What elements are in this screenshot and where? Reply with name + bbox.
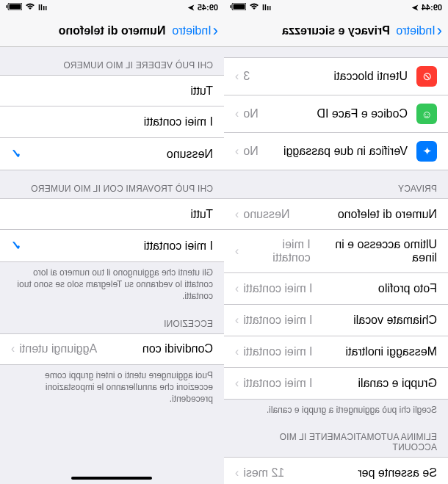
chevron-right-icon: ›: [235, 107, 239, 120]
row-label: Nessuno: [167, 148, 213, 161]
section-footer-find: Gli utenti che aggiungono il tuo numero …: [0, 262, 224, 306]
chevron-right-icon: ›: [235, 282, 239, 295]
battery-icon: [6, 3, 22, 12]
screen-privacy: 09:44 ➤ ııll ‹ Indietro Privacy e sicure…: [224, 0, 448, 484]
section-header-find: CHI PUÒ TROVARMI CON IL MIO NUMERO: [0, 170, 224, 198]
option-my-contacts[interactable]: I miei contatti ✓: [0, 230, 224, 262]
nav-bar: ‹ Indietro Privacy e sicurezza: [224, 15, 448, 47]
chevron-right-icon: ›: [11, 342, 15, 355]
svg-rect-2: [231, 5, 232, 8]
signal-icon: ııll: [38, 3, 47, 12]
svg-rect-1: [234, 4, 245, 10]
chevron-left-icon: ‹: [213, 21, 218, 40]
back-label: Indietro: [396, 24, 435, 37]
chevron-right-icon: ›: [235, 208, 239, 221]
row-label: Verifica in due passaggi: [283, 145, 408, 158]
row-label: Condividi con: [142, 342, 213, 355]
status-time: 09:45: [198, 3, 218, 12]
chevron-right-icon: ›: [235, 466, 239, 480]
row-label: Se assente per: [358, 466, 437, 480]
back-button[interactable]: ‹ Indietro: [172, 21, 218, 40]
find-section: Tutti I miei contatti ✓: [0, 198, 224, 262]
row-label: Tutti: [190, 208, 213, 221]
option-nobody[interactable]: Nessuno ✓: [0, 138, 224, 170]
section-footer-privacy: Scegli chi può aggiungerti a gruppi e ca…: [224, 400, 448, 419]
check-icon: ✓: [11, 238, 21, 253]
row-value: Aggiungi utenti: [19, 342, 97, 355]
chevron-right-icon: ›: [235, 314, 239, 327]
home-indicator[interactable]: [72, 477, 153, 480]
page-title: Numero di telefono: [59, 24, 166, 37]
row-value: I miei contatti: [243, 377, 312, 390]
row-value: I miei contatti: [243, 238, 310, 264]
chevron-right-icon: ›: [235, 377, 239, 390]
chevron-right-icon: ›: [235, 245, 239, 258]
row-share-with[interactable]: Condividi con Aggiungi utenti›: [0, 333, 224, 365]
option-everyone[interactable]: Tutti: [0, 75, 224, 106]
signal-icon: ııll: [262, 3, 271, 12]
location-icon: ➤: [188, 3, 195, 12]
row-value: 3: [243, 70, 250, 83]
row-label: Gruppi e canali: [358, 377, 437, 390]
section-header-see: CHI PUÒ VEDERE IL MIO NUMERO: [0, 47, 224, 75]
row-profile-photo[interactable]: Foto profilo I miei contatti›: [224, 273, 448, 305]
content: ⊘ Utenti bloccati 3 › ☺ Codice e Face ID…: [224, 47, 448, 484]
row-last-seen[interactable]: Ultimo accesso e in linea I miei contatt…: [224, 230, 448, 273]
svg-rect-5: [7, 5, 8, 8]
row-value: No: [243, 107, 258, 120]
row-label: I miei contatti: [144, 115, 213, 129]
faceid-icon: ☺: [416, 104, 437, 124]
row-label: Ultimo accesso e in linea: [311, 238, 437, 264]
section-header-privacy: PRIVACY: [224, 170, 448, 198]
row-groups[interactable]: Gruppi e canali I miei contatti›: [224, 368, 448, 400]
row-label: Numero di telefono: [338, 208, 437, 221]
row-absent-for[interactable]: Se assente per 12 mesi›: [224, 457, 448, 484]
row-label: Utenti bloccati: [334, 70, 408, 83]
row-value: No: [243, 145, 258, 158]
nav-bar: ‹ Indietro Numero di telefono: [0, 15, 224, 47]
section-header-delete: ELIMINA AUTOMATICAMENTE IL MIO ACCOUNT: [224, 419, 448, 457]
battery-icon: [230, 3, 246, 12]
svg-rect-4: [10, 4, 21, 10]
location-icon: ➤: [412, 3, 419, 12]
row-value: Nessuno: [243, 208, 289, 221]
block-icon: ⊘: [416, 66, 437, 87]
section-header-exceptions: ECCEZIONI: [0, 306, 224, 333]
chevron-right-icon: ›: [235, 145, 239, 158]
screen-phone-number: 09:45 ➤ ııll ‹ Indietro Numero di telefo…: [0, 0, 224, 484]
row-voice-calls[interactable]: Chiamate vocali I miei contatti›: [224, 305, 448, 336]
security-section: ⊘ Utenti bloccati 3 › ☺ Codice e Face ID…: [224, 57, 448, 170]
row-label: Codice e Face ID: [317, 107, 408, 120]
exceptions-section: Condividi con Aggiungi utenti›: [0, 333, 224, 365]
row-label: Chiamate vocali: [353, 314, 437, 327]
row-forwarded[interactable]: Messaggi inoltrati I miei contatti›: [224, 336, 448, 368]
see-section: Tutti I miei contatti Nessuno ✓: [0, 75, 224, 170]
row-blocked-users[interactable]: ⊘ Utenti bloccati 3 ›: [224, 57, 448, 95]
row-label: Tutti: [190, 84, 213, 98]
delete-section: Se assente per 12 mesi›: [224, 457, 448, 484]
row-value: 12 mesi: [243, 466, 284, 480]
row-passcode-faceid[interactable]: ☺ Codice e Face ID No ›: [224, 95, 448, 133]
content: CHI PUÒ VEDERE IL MIO NUMERO Tutti I mie…: [0, 47, 224, 484]
chevron-right-icon: ›: [235, 345, 239, 358]
back-button[interactable]: ‹ Indietro: [396, 21, 442, 40]
chevron-right-icon: ›: [235, 70, 239, 83]
row-value: I miei contatti: [243, 314, 312, 327]
row-phone-number[interactable]: Numero di telefono Nessuno›: [224, 198, 448, 230]
row-value: I miei contatti: [243, 282, 312, 295]
row-label: Messaggi inoltrati: [346, 345, 438, 358]
wifi-icon: [25, 3, 35, 12]
row-value: I miei contatti: [243, 345, 312, 358]
row-two-step[interactable]: ✦ Verifica in due passaggi No ›: [224, 133, 448, 170]
check-icon: ✓: [11, 146, 21, 162]
chevron-left-icon: ‹: [437, 21, 442, 40]
option-my-contacts[interactable]: I miei contatti: [0, 106, 224, 138]
status-bar: 09:45 ➤ ııll: [0, 0, 224, 15]
back-label: Indietro: [172, 24, 211, 37]
key-icon: ✦: [416, 141, 437, 162]
section-footer-exceptions: Puoi aggiungere utenti o interi gruppi c…: [0, 365, 224, 408]
row-label: I miei contatti: [144, 239, 213, 253]
privacy-section: Numero di telefono Nessuno› Ultimo acces…: [224, 198, 448, 400]
option-everyone[interactable]: Tutti: [0, 198, 224, 230]
wifi-icon: [249, 3, 259, 12]
